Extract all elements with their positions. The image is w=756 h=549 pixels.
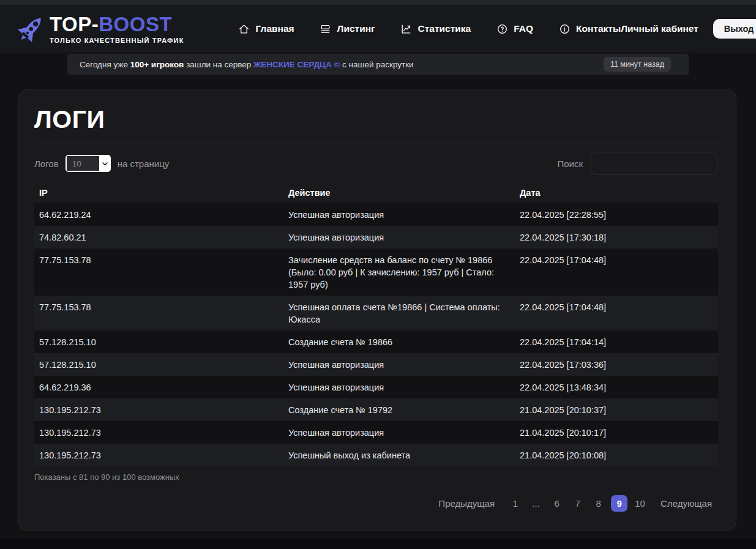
nav-item-label: Листинг — [337, 23, 375, 34]
time-badge: 11 минут назад — [604, 57, 671, 72]
faq-icon — [496, 23, 508, 35]
pagination-ellipsis: ... — [528, 495, 544, 512]
page-button-7[interactable]: 7 — [569, 495, 586, 512]
table-body: 64.62.219.24Успешная авторизация22.04.20… — [34, 203, 718, 466]
per-page-label-after: на страницу — [118, 159, 170, 169]
notice-bar: Сегодня уже 100+ игроков зашли на сервер… — [67, 54, 689, 75]
brand-logo[interactable]: TOP-BOOST ТОЛЬКО КАЧЕСТВЕННЫЙ ТРАФИК — [15, 13, 184, 45]
table-row: 130.195.212.73Успешная авторизация21.04.… — [34, 421, 718, 444]
nav-item-label: Контакты — [576, 23, 621, 34]
page-numbers: 1...678910 — [507, 495, 648, 512]
cell-date: 22.04.2025 [17:04:14] — [515, 331, 718, 353]
cell-action: Успешная оплата счета №19866 | Система о… — [283, 296, 515, 331]
notice-text: Сегодня уже 100+ игроков зашли на сервер… — [80, 60, 414, 69]
pagination-prev[interactable]: Предыдущая — [438, 498, 495, 509]
account-link[interactable]: Личный кабинет — [621, 23, 698, 34]
search-group: Поиск — [557, 152, 718, 175]
table-row: 57.128.215.10Создание счета № 1986622.04… — [34, 331, 718, 353]
per-page-control: Логов 10 на страницу — [34, 155, 169, 172]
cell-date: 21.04.2025 [20:10:08] — [515, 444, 718, 466]
nav-item-label: Статистика — [418, 23, 471, 34]
nav-item-label: Главная — [256, 23, 294, 34]
page-title: ЛОГИ — [34, 105, 718, 134]
window-top-strip — [0, 0, 756, 5]
page-button-1[interactable]: 1 — [507, 495, 523, 512]
table-row: 77.75.153.78Успешная оплата счета №19866… — [34, 296, 718, 331]
search-label: Поиск — [557, 159, 583, 169]
cell-date: 21.04.2025 [20:10:37] — [515, 398, 718, 421]
logout-button[interactable]: Выход — [713, 19, 756, 39]
table-header-row: IP Действие Дата — [34, 184, 718, 203]
nav-item-listing[interactable]: Листинг — [320, 23, 375, 35]
cell-action: Успешный выход из кабинета — [283, 444, 515, 466]
cell-ip: 130.195.212.73 — [34, 398, 283, 421]
cell-date: 22.04.2025 [13:48:34] — [515, 376, 718, 398]
per-page-label-before: Логов — [34, 159, 59, 169]
server-link[interactable]: ЖЕНСКИЕ СЕРДЦА © — [253, 60, 340, 69]
stats-icon — [400, 23, 413, 35]
cell-action: Успешная авторизация — [283, 203, 515, 226]
cell-action: Создание счета № 19866 — [283, 331, 515, 353]
cell-action: Создание счета № 19792 — [283, 398, 515, 421]
cell-action: Зачисление средств на баланс по счету № … — [283, 248, 515, 296]
cell-ip: 130.195.212.73 — [34, 421, 283, 444]
cell-date: 22.04.2025 [17:04:48] — [515, 296, 718, 331]
cell-ip: 74.82.60.21 — [34, 226, 283, 248]
logs-table: IP Действие Дата 64.62.219.24Успешная ав… — [34, 184, 718, 466]
cell-date: 22.04.2025 [17:04:48] — [515, 248, 718, 296]
logs-card: ЛОГИ Логов 10 на страницу Поиск IP Дейст… — [18, 89, 736, 531]
cell-date: 22.04.2025 [17:03:36] — [515, 353, 718, 376]
cell-date: 21.04.2025 [20:10:17] — [515, 421, 718, 444]
listing-icon — [320, 23, 332, 35]
controls-row: Логов 10 на страницу Поиск — [34, 151, 718, 176]
column-header-action: Действие — [283, 188, 515, 198]
chevron-down-icon — [101, 159, 109, 170]
nav-item-label: FAQ — [514, 23, 533, 34]
cell-date: 22.04.2025 [22:28:55] — [515, 203, 718, 226]
cell-ip: 77.75.153.78 — [34, 248, 283, 296]
cell-action: Успешная авторизация — [283, 421, 515, 444]
search-input[interactable] — [591, 152, 717, 175]
cell-action: Успешная авторизация — [283, 226, 515, 248]
nav-item-statistics[interactable]: Статистика — [400, 23, 471, 35]
cell-ip: 57.128.215.10 — [34, 331, 283, 353]
pagination: Предыдущая 1...678910 Следующая — [34, 495, 718, 512]
cell-date: 22.04.2025 [17:30:18] — [515, 226, 718, 248]
cell-ip: 130.195.212.73 — [34, 444, 283, 466]
footer-strip — [0, 539, 756, 549]
per-page-select[interactable]: 10 — [65, 155, 111, 172]
pagination-next[interactable]: Следующая — [661, 498, 712, 509]
table-row: 57.128.215.10Успешная авторизация22.04.2… — [34, 353, 718, 376]
app-header: TOP-BOOST ТОЛЬКО КАЧЕСТВЕННЫЙ ТРАФИК Гла… — [0, 5, 756, 53]
cell-ip: 77.75.153.78 — [34, 296, 283, 331]
cell-ip: 64.62.219.24 — [34, 203, 283, 226]
page-button-10[interactable]: 10 — [632, 495, 648, 512]
nav-item-home[interactable]: Главная — [238, 23, 294, 35]
cell-action: Успешная авторизация — [283, 376, 515, 398]
results-summary: Показаны с 81 по 90 из 100 возможных — [34, 472, 718, 482]
header-right: Личный кабинет Выход — [621, 19, 756, 39]
table-row: 130.195.212.73Создание счета № 1979221.0… — [34, 398, 718, 421]
table-row: 130.195.212.73Успешный выход из кабинета… — [34, 444, 718, 466]
cell-ip: 64.62.219.36 — [34, 376, 283, 398]
cell-action: Успешная авторизация — [283, 353, 515, 376]
column-header-ip: IP — [34, 188, 283, 198]
table-row: 74.82.60.21Успешная авторизация22.04.202… — [34, 226, 718, 248]
nav-item-contacts[interactable]: Контакты — [558, 23, 621, 35]
contacts-icon — [558, 23, 571, 35]
page-button-8[interactable]: 8 — [590, 495, 607, 512]
table-row: 64.62.219.36Успешная авторизация22.04.20… — [34, 376, 718, 398]
nav-item-faq[interactable]: FAQ — [496, 23, 533, 35]
page-button-6[interactable]: 6 — [548, 495, 565, 512]
table-row: 64.62.219.24Успешная авторизация22.04.20… — [34, 203, 718, 226]
brand-title: TOP-BOOST — [50, 14, 184, 34]
column-header-date: Дата — [515, 188, 718, 198]
brand-title-accent: BOOST — [99, 13, 172, 35]
cell-ip: 57.128.215.10 — [34, 353, 283, 376]
page-button-9[interactable]: 9 — [611, 495, 627, 512]
per-page-select-value: 10 — [67, 156, 99, 171]
title-divider — [34, 142, 718, 143]
home-icon — [238, 23, 250, 35]
main-nav: ГлавнаяЛистингСтатистикаFAQКонтакты — [238, 23, 621, 35]
table-row: 77.75.153.78Зачисление средств на баланс… — [34, 248, 718, 296]
